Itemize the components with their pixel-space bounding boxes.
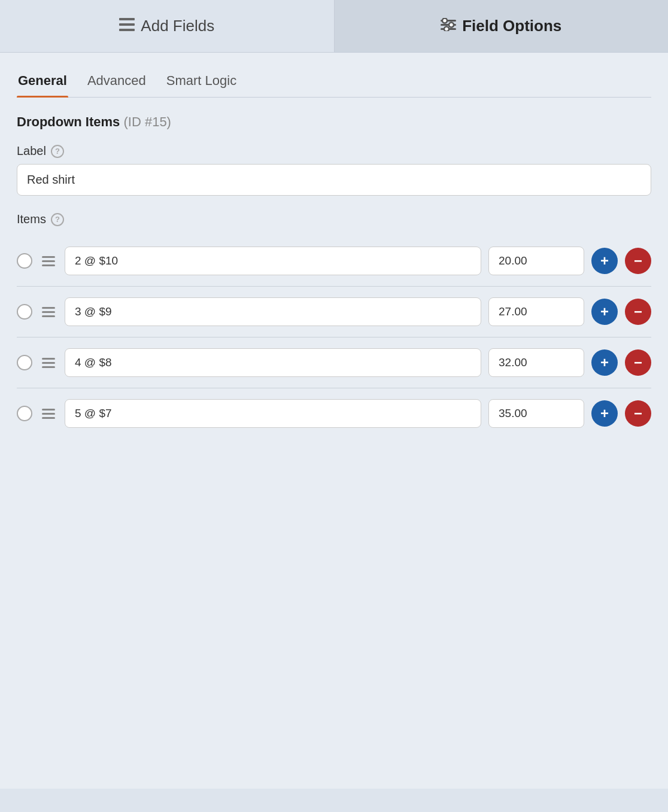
item-value-input-2[interactable] — [488, 348, 584, 377]
tab-advanced[interactable]: Advanced — [86, 67, 147, 97]
drag-handle-3[interactable] — [40, 407, 57, 420]
remove-item-button-0[interactable]: − — [625, 248, 651, 274]
item-value-input-0[interactable] — [488, 247, 584, 275]
field-id: (ID #15) — [123, 114, 171, 129]
field-options-tab[interactable]: Field Options — [335, 0, 669, 52]
item-text-input-1[interactable] — [65, 297, 481, 326]
item-value-input-3[interactable] — [488, 399, 584, 428]
add-fields-tab[interactable]: Add Fields — [0, 0, 335, 52]
remove-item-button-3[interactable]: − — [625, 400, 651, 427]
item-text-input-2[interactable] — [65, 348, 481, 377]
list-icon — [119, 18, 135, 35]
svg-point-8 — [444, 26, 449, 31]
items-text: Items — [17, 212, 46, 226]
item-text-input-3[interactable] — [65, 399, 481, 428]
svg-point-6 — [442, 18, 447, 23]
header: Add Fields Field Options — [0, 0, 668, 53]
remove-item-button-2[interactable]: − — [625, 349, 651, 376]
svg-rect-2 — [119, 29, 135, 31]
sliders-icon — [441, 18, 456, 35]
item-radio-3[interactable] — [17, 406, 32, 421]
item-text-input-0[interactable] — [65, 247, 481, 275]
item-row: + − — [17, 388, 651, 439]
label-help-icon[interactable]: ? — [51, 145, 64, 158]
item-radio-0[interactable] — [17, 253, 32, 269]
label-text: Label — [17, 144, 46, 158]
add-item-button-0[interactable]: + — [591, 248, 618, 274]
item-row: + − — [17, 236, 651, 287]
content-area: General Advanced Smart Logic Dropdown It… — [0, 53, 668, 789]
drag-handle-1[interactable] — [40, 306, 57, 318]
item-radio-2[interactable] — [17, 355, 32, 370]
label-input[interactable] — [17, 164, 651, 196]
sub-tabs: General Advanced Smart Logic — [17, 67, 651, 98]
item-radio-1[interactable] — [17, 304, 32, 320]
drag-handle-2[interactable] — [40, 357, 57, 369]
tab-general[interactable]: General — [17, 67, 68, 97]
label-field-label: Label ? — [17, 144, 651, 158]
svg-rect-1 — [119, 23, 135, 26]
item-row: + − — [17, 287, 651, 337]
add-item-button-3[interactable]: + — [591, 400, 618, 427]
remove-item-button-1[interactable]: − — [625, 299, 651, 325]
items-help-icon[interactable]: ? — [51, 213, 64, 226]
item-value-input-1[interactable] — [488, 297, 584, 326]
drag-handle-0[interactable] — [40, 255, 57, 267]
svg-point-7 — [449, 22, 454, 27]
add-item-button-1[interactable]: + — [591, 299, 618, 325]
field-options-label: Field Options — [462, 17, 561, 35]
items-list: + − + − + − — [17, 236, 651, 439]
field-title-text: Dropdown Items — [17, 114, 120, 129]
svg-rect-0 — [119, 18, 135, 20]
tab-smart-logic[interactable]: Smart Logic — [165, 67, 238, 97]
add-item-button-2[interactable]: + — [591, 349, 618, 376]
item-row: + − — [17, 337, 651, 388]
add-fields-label: Add Fields — [141, 17, 214, 35]
items-section-label: Items ? — [17, 212, 651, 226]
field-title: Dropdown Items (ID #15) — [17, 114, 651, 130]
